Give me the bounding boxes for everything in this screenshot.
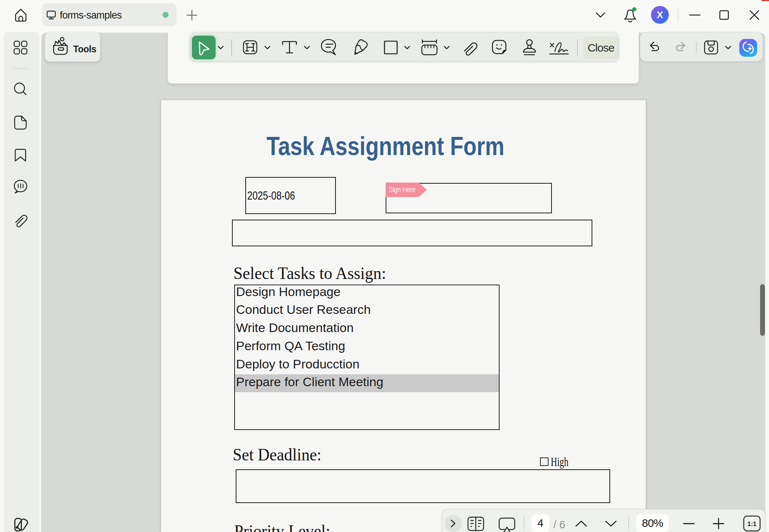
svg-text:Sign Here: Sign Here — [389, 185, 416, 194]
svg-text:X: X — [657, 9, 663, 20]
svg-text:1:1: 1:1 — [747, 520, 757, 528]
